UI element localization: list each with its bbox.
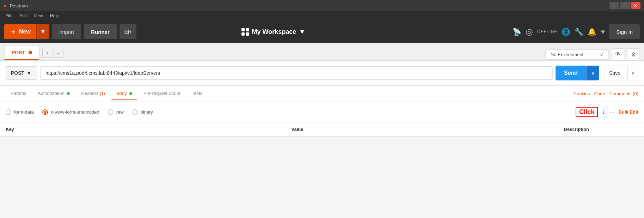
url-bar: POST ▼ Send ∨ Save ∨ [0,61,644,86]
save-group: Save ∨ [602,66,638,80]
sync-icon[interactable]: ◎ [526,27,533,37]
environment-selector: No Environment ∨ 👁 ⚙ [545,48,640,60]
tab-tests[interactable]: Tests [187,87,207,100]
raw-radio[interactable] [108,109,114,115]
save-arrow-button[interactable]: ∨ [628,66,638,80]
wrench-icon[interactable]: 🔧 [575,28,583,36]
bell-icon[interactable]: 🔔 [588,28,596,36]
prerequest-label: Pre-request Script [143,91,180,96]
workspace-label: My Workspace [252,28,296,36]
send-group: Send ∨ [556,66,599,80]
eye-icon: 👁 [615,51,621,57]
key-header-label: Key [6,127,14,132]
env-eye-button[interactable]: 👁 [612,48,624,60]
menu-bar: File Edit View Help [0,11,644,20]
plus-icon: ＋ [10,28,16,36]
tab-label: POST [12,50,25,55]
new-button-arrow[interactable]: ▼ [36,24,49,39]
send-dropdown-icon: ∨ [591,70,595,76]
headers-badge: (1) [100,91,105,96]
app-logo: ● [4,2,7,9]
new-button[interactable]: ＋ New ▼ [4,24,49,39]
urlencoded-radio-inner [44,111,47,114]
import-button[interactable]: Import [52,24,81,39]
form-data-option[interactable]: form-data [6,109,34,115]
body-options: form-data x-www-form-urlencoded raw bina… [0,102,644,122]
binary-option[interactable]: binary [132,109,153,115]
tab-headers[interactable]: Headers (1) [76,87,110,100]
heart-icon[interactable]: ♥ [601,28,605,36]
save-button[interactable]: Save [602,66,628,80]
cookies-link[interactable]: Cookies [574,91,590,96]
workspace-arrow: ▼ [299,28,305,36]
col-value-header: Value [200,127,395,132]
toolbar-right: 📡 ◎ OFFLINE 🌐 🔧 🔔 ♥ Sign In [513,24,640,39]
method-arrow: ▼ [26,70,31,76]
app-title: Postman [10,3,28,8]
new-button-label: New [19,29,31,35]
menu-file[interactable]: File [3,13,15,19]
auth-dot [67,92,70,95]
urlencoded-option[interactable]: x-www-form-urlencoded [42,109,99,115]
click-label: Click [579,108,594,115]
click-annotation: Click [576,107,598,117]
col-key-header: Key [6,127,200,132]
more-options-button[interactable]: ··· [609,109,614,115]
env-label: No Environment [551,52,583,57]
toolbar: ＋ New ▼ Import Runner ⊞▾ My Workspace ▼ … [0,20,644,43]
code-link[interactable]: Code [594,91,605,96]
binary-radio[interactable] [132,109,138,115]
request-tabs: Params Authorization Headers (1) Body Pr… [0,86,644,102]
tab-params[interactable]: Params [6,87,31,100]
more-tabs-button[interactable]: ··· [54,48,63,58]
environment-dropdown[interactable]: No Environment ∨ [545,49,609,60]
method-label: POST [11,70,24,76]
env-arrow: ∨ [600,52,603,57]
workspace-selector[interactable]: My Workspace ▼ [241,28,306,36]
runner-button[interactable]: Runner [84,24,117,39]
signin-button[interactable]: Sign In [609,24,640,39]
tab-actions: + ··· [39,46,66,60]
send-button[interactable]: Send [556,66,586,80]
value-header-label: Value [292,127,303,132]
tab-right-actions: Cookies Code Comments (0) [574,91,638,96]
menu-help[interactable]: Help [47,13,62,19]
raw-option[interactable]: raw [108,109,124,115]
capture-button[interactable]: ⊞▾ [119,24,136,39]
active-tab[interactable]: POST [4,46,39,60]
urlencoded-radio[interactable] [42,109,48,115]
save-dropdown-icon: ∨ [631,71,634,75]
tab-authorization[interactable]: Authorization [33,87,75,100]
bulk-edit-button[interactable]: Bulk Edit [619,109,638,115]
menu-edit[interactable]: Edit [17,13,30,19]
menu-view[interactable]: View [31,13,46,19]
method-selector[interactable]: POST ▼ [6,66,37,80]
form-data-radio[interactable] [6,109,11,115]
env-settings-button[interactable]: ⚙ [627,48,640,60]
comments-link[interactable]: Comments (0) [609,91,638,96]
maximize-button[interactable]: □ [620,2,630,9]
params-label: Params [11,91,26,96]
body-label: Body [116,91,127,96]
tab-body[interactable]: Body [111,87,137,100]
raw-label: raw [116,109,124,115]
desc-header-label: Description [564,127,589,132]
form-data-label: form-data [14,109,34,115]
url-input[interactable] [40,66,553,80]
close-button[interactable]: ✕ [631,2,640,9]
gear-icon: ⚙ [631,51,636,58]
add-tab-button[interactable]: + [42,48,52,58]
title-bar-left: ● Postman [4,2,28,9]
tabs-area: POST + ··· No Environment ∨ 👁 ⚙ [0,43,644,61]
satellite-icon[interactable]: 📡 [513,28,521,36]
send-arrow-button[interactable]: ∨ [586,66,599,80]
urlencoded-label: x-www-form-urlencoded [51,109,99,115]
new-button-main: ＋ New [4,28,36,36]
globe-icon[interactable]: 🌐 [562,28,570,36]
tab-modified-dot [29,51,32,54]
window-controls: — □ ✕ [609,2,640,9]
offline-badge: OFFLINE [537,29,558,34]
tests-label: Tests [192,91,202,96]
tab-prerequest[interactable]: Pre-request Script [139,87,185,100]
minimize-button[interactable]: — [609,2,619,9]
